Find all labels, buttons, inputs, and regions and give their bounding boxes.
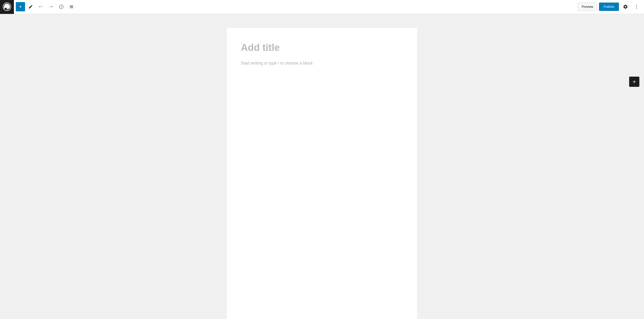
info-button[interactable] [56, 2, 66, 11]
publish-button[interactable]: Publish [599, 3, 619, 11]
add-block-side-button[interactable]: + [629, 77, 639, 87]
list-view-icon [69, 5, 74, 9]
redo-button[interactable] [46, 2, 56, 11]
pencil-icon [28, 5, 33, 9]
settings-icon [623, 4, 628, 9]
editor-wrapper: Add title Start writing or type / to cho… [0, 14, 644, 319]
post-title-field[interactable]: Add title [241, 42, 403, 53]
wp-logo-button[interactable]: W [0, 0, 14, 14]
toolbar-right: Preview Publish [575, 0, 644, 14]
redo-icon [49, 5, 53, 9]
toolbar: W + [0, 0, 644, 14]
undo-icon [38, 5, 43, 9]
plus-icon: + [19, 4, 22, 10]
preview-button[interactable]: Preview [578, 3, 597, 11]
info-icon [59, 5, 64, 9]
more-vertical-icon [634, 4, 639, 9]
add-block-button[interactable]: + [16, 2, 25, 11]
tools-button[interactable] [26, 2, 35, 11]
more-options-button[interactable] [632, 2, 641, 11]
settings-button[interactable] [621, 2, 630, 11]
undo-button[interactable] [36, 2, 46, 11]
editor-content: Add title Start writing or type / to cho… [227, 28, 417, 319]
svg-point-5 [636, 8, 637, 9]
list-view-button[interactable] [67, 2, 76, 11]
toolbar-left: + [14, 0, 575, 14]
plus-side-icon: + [633, 79, 636, 85]
svg-point-4 [636, 7, 637, 7]
svg-text:W: W [5, 5, 9, 9]
post-body-field[interactable]: Start writing or type / to choose a bloc… [241, 60, 403, 67]
svg-point-3 [636, 5, 637, 6]
